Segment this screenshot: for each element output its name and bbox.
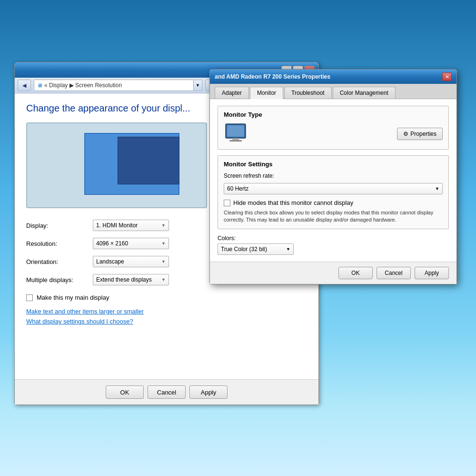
orientation-label: Orientation:	[26, 258, 93, 265]
svg-rect-1	[227, 125, 244, 137]
address-path[interactable]: 🖥 « Display ▶ Screen Resolution	[34, 80, 194, 91]
text-size-link[interactable]: Make text and other items larger or smal…	[26, 308, 307, 315]
display-settings-link[interactable]: What display settings should I choose?	[26, 318, 307, 325]
refresh-rate-value: 60 Hertz	[227, 185, 248, 192]
monitor-type-title: Monitor Type	[224, 111, 443, 118]
refresh-rate-dropdown[interactable]: 60 Hertz ▼	[224, 183, 443, 194]
dropdown-icon: ▼	[196, 83, 200, 88]
monitor-svg-icon	[224, 123, 248, 143]
colors-section: Colors: True Color (32 bit) ▼	[218, 235, 449, 255]
tab-adapter[interactable]: Adapter	[215, 87, 249, 99]
tab-color-management[interactable]: Color Management	[333, 87, 396, 99]
monitor-display: ②	[26, 122, 207, 208]
dialog-tabs: Adapter Monitor Troubleshoot Color Manag…	[210, 84, 456, 99]
dialog-bottom-buttons: OK Cancel Apply	[210, 262, 456, 284]
dialog-title: and AMD Radeon R7 200 Series Properties	[215, 73, 442, 80]
ok-button[interactable]: OK	[106, 385, 144, 399]
monitor-icon	[224, 123, 248, 144]
multiple-displays-label: Multiple displays:	[26, 276, 93, 284]
cancel-button[interactable]: Cancel	[148, 385, 186, 399]
resolution-value: 4096 × 2160	[96, 240, 128, 247]
tab-troubleshoot[interactable]: Troubleshoot	[284, 87, 332, 99]
colors-arrow: ▼	[286, 247, 290, 252]
bottom-buttons: OK Cancel Apply	[15, 379, 318, 405]
dialog-close-button[interactable]: ✕	[442, 72, 452, 81]
address-dropdown-button[interactable]: ▼	[194, 80, 202, 91]
dialog-title-bar: and AMD Radeon R7 200 Series Properties …	[210, 70, 456, 84]
display-dropdown-arrow: ▼	[161, 223, 166, 228]
display-value: 1. HDMI Monitor	[96, 222, 138, 229]
refresh-rate-row: Screen refresh rate:	[224, 172, 443, 179]
multiple-displays-value: Extend these displays	[96, 276, 152, 283]
resolution-label: Resolution:	[26, 240, 93, 247]
hide-modes-checkbox[interactable]	[224, 200, 230, 206]
colors-dropdown[interactable]: True Color (32 bit) ▼	[218, 243, 294, 255]
breadcrumb: « Display ▶ Screen Resolution	[44, 82, 122, 89]
dialog-cancel-button[interactable]: Cancel	[377, 267, 411, 279]
orientation-dropdown[interactable]: Landscape ▼	[93, 256, 169, 267]
main-display-row: Make this my main display	[26, 294, 307, 301]
orientation-dropdown-arrow: ▼	[161, 259, 166, 264]
back-icon: ◀	[22, 82, 26, 89]
hide-modes-row: Hide modes that this monitor cannot disp…	[224, 199, 443, 206]
multiple-displays-dropdown[interactable]: Extend these displays ▼	[93, 274, 169, 285]
resolution-dropdown[interactable]: 4096 × 2160 ▼	[93, 238, 169, 249]
properties-button[interactable]: ⚙ Properties	[397, 128, 443, 140]
multiple-displays-dropdown-arrow: ▼	[161, 277, 166, 282]
main-display-checkbox[interactable]	[26, 294, 33, 301]
hide-modes-label: Hide modes that this monitor cannot disp…	[233, 199, 353, 206]
colors-label: Colors:	[218, 235, 449, 242]
refresh-rate-label: Screen refresh rate:	[224, 172, 286, 179]
monitor-type-section: Monitor Type ⚙ Properties	[218, 106, 449, 150]
breadcrumb-icon: 🖥	[37, 82, 42, 88]
main-display-label: Make this my main display	[37, 294, 109, 301]
properties-label: Properties	[410, 131, 436, 137]
tab-monitor[interactable]: Monitor	[250, 87, 283, 99]
properties-dialog: and AMD Radeon R7 200 Series Properties …	[209, 69, 457, 284]
refresh-rate-arrow: ▼	[435, 186, 439, 191]
apply-button[interactable]: Apply	[189, 385, 228, 399]
dialog-content: Monitor Type ⚙ Properties Monitor	[210, 99, 456, 262]
dialog-ok-button[interactable]: OK	[338, 267, 373, 279]
display-label: Display:	[26, 222, 93, 229]
monitor-settings-title: Monitor Settings	[224, 161, 443, 168]
svg-rect-3	[229, 140, 242, 142]
hide-modes-info: Clearing this check box allows you to se…	[224, 209, 443, 224]
orientation-value: Landscape	[96, 258, 124, 265]
properties-icon: ⚙	[403, 131, 408, 137]
resolution-dropdown-arrow: ▼	[161, 241, 166, 246]
svg-rect-2	[232, 138, 239, 140]
monitor-2-inner	[118, 137, 179, 184]
monitor-settings-section: Monitor Settings Screen refresh rate: 60…	[218, 155, 449, 229]
display-dropdown[interactable]: 1. HDMI Monitor ▼	[93, 220, 169, 231]
back-button[interactable]: ◀	[18, 80, 31, 91]
colors-value: True Color (32 bit)	[221, 246, 267, 253]
dialog-apply-button[interactable]: Apply	[415, 267, 449, 279]
